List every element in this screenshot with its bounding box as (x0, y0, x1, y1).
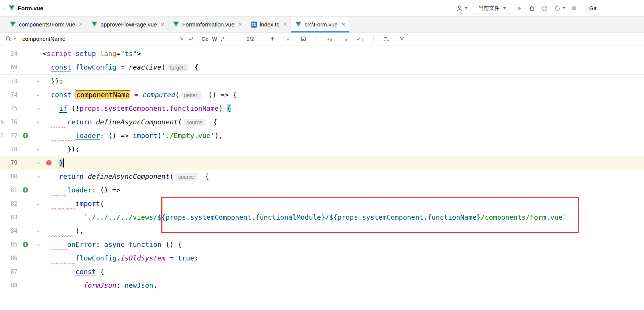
editor-tab[interactable]: src\Form.vue× (291, 17, 349, 32)
code-line[interactable]: loader: () => (43, 183, 120, 197)
line-number[interactable]: 83 (0, 211, 17, 224)
stop-button[interactable] (571, 6, 577, 11)
fold-down-icon[interactable] (36, 106, 41, 113)
code-line[interactable]: return defineAsyncComponent(source: { (43, 115, 217, 129)
line-number[interactable]: 24 (0, 47, 17, 60)
line-number[interactable]: 74 (0, 88, 17, 102)
title-bar: › Form.vue 当前文件 (0, 0, 644, 17)
debug-button[interactable] (528, 5, 535, 12)
line-number[interactable]: 73 (0, 74, 17, 88)
add-occurrence-button[interactable]: +II (326, 36, 332, 42)
search-field[interactable]: componentName × Cc W .* (0, 33, 229, 45)
sort-lines-button[interactable] (383, 36, 389, 42)
tab-close-icon[interactable]: × (283, 21, 287, 28)
code-line[interactable]: }); (43, 74, 63, 88)
code-line[interactable]: `./../../../views/${props.systemComponen… (43, 211, 567, 224)
code-line[interactable]: const flowConfig = reactive(target: { (43, 60, 199, 74)
code-line[interactable]: const componentName = computed(getter: (… (43, 88, 237, 102)
editor-row: 69 const flowConfig = reactive(target: { (0, 60, 644, 74)
next-occurrence-button[interactable] (285, 36, 291, 42)
divider (316, 35, 317, 43)
gutter-up-badge-icon[interactable] (23, 187, 28, 194)
gutter-up-badge-icon[interactable] (23, 242, 28, 249)
editor-tab[interactable]: approveFlowPage.vue× (87, 17, 168, 32)
tab-label: components\Form.vue (19, 21, 75, 28)
code-line[interactable]: } (43, 156, 64, 170)
text-caret (63, 158, 64, 167)
line-number[interactable]: 81 (0, 183, 17, 197)
line-number[interactable]: 78 (0, 143, 17, 156)
code-line[interactable]: const { (43, 265, 104, 279)
divider (583, 4, 583, 12)
fold-down-icon[interactable] (36, 174, 41, 181)
gutter-up-badge-icon[interactable] (23, 133, 28, 140)
run-button[interactable] (516, 5, 522, 11)
code-line[interactable]: if (!props.systemComponent.functionName)… (43, 102, 231, 115)
tab-label: FormInformation.vue (182, 21, 234, 28)
editor-row: 88 formJson: newJson, (0, 279, 644, 292)
tab-close-icon[interactable]: × (79, 21, 83, 28)
line-number[interactable]: 75 (0, 102, 17, 115)
window-chevron-icon: › (3, 5, 5, 11)
code-line[interactable]: import( (43, 197, 104, 211)
filter-button[interactable] (399, 36, 405, 42)
fold-down-icon[interactable] (36, 119, 41, 127)
regex-toggle[interactable]: .* (221, 36, 224, 42)
fold-up-icon[interactable] (36, 79, 41, 86)
line-number[interactable]: 87 (0, 265, 17, 279)
code-line[interactable]: }); (43, 143, 80, 156)
tab-close-icon[interactable]: × (238, 21, 242, 28)
search-input[interactable]: componentName (22, 36, 176, 42)
search-icon[interactable] (5, 36, 16, 42)
code-line[interactable]: return defineAsyncComponent(source: { (43, 170, 209, 184)
profiler-button[interactable] (541, 5, 548, 12)
editor-tab[interactable]: components\Form.vue× (5, 17, 87, 32)
editor-row: 76 return defineAsyncComponent(source: { (0, 115, 644, 129)
fold-down-icon[interactable] (36, 242, 41, 249)
run-configuration-selector[interactable]: 当前文件 (474, 3, 510, 14)
editor-tab[interactable]: FormInformation.vue× (168, 17, 246, 32)
fold-up-icon[interactable] (36, 160, 41, 167)
line-number[interactable]: 86 (0, 251, 17, 265)
fold-up-icon[interactable] (36, 147, 41, 154)
window-title: Form.vue (18, 5, 43, 11)
previous-occurrence-button[interactable] (270, 36, 275, 42)
editor-row: 79 } (0, 156, 644, 170)
select-all-occurrences-button[interactable] (301, 36, 306, 42)
history-icon[interactable] (188, 36, 194, 42)
line-number[interactable]: 69 (0, 60, 17, 74)
find-bar: componentName × Cc W .* 2/2 +II −II ✓I (0, 33, 644, 45)
restart-button[interactable] (554, 5, 565, 12)
tab-close-icon[interactable]: × (341, 21, 345, 28)
words-toggle[interactable]: W (212, 36, 217, 42)
code-line[interactable]: onError: async function () { (43, 238, 182, 251)
remove-occurrence-button[interactable]: −II (341, 36, 347, 42)
clear-icon[interactable]: × (179, 35, 184, 42)
line-number[interactable]: 80 (0, 170, 17, 183)
fold-down-icon[interactable] (36, 201, 41, 208)
editor-tab[interactable]: TSindex.ts× (246, 17, 291, 32)
code-line[interactable]: flowConfig.isOldSystem = true; (43, 251, 198, 265)
line-number[interactable]: 82 (0, 197, 17, 211)
code-line[interactable]: loader: () => import('./Empty.vue'), (43, 129, 223, 143)
code-line[interactable]: ), (43, 224, 83, 238)
editor[interactable]: 24<script setup lang="ts">69 const flowC… (0, 45, 644, 310)
code-line[interactable]: formJson: newJson, (43, 279, 157, 292)
inlay-hint: source: (184, 119, 207, 126)
user-button[interactable] (456, 5, 468, 12)
check-occurrence-button[interactable]: ✓II (357, 36, 363, 42)
line-number[interactable]: 84 (0, 224, 17, 238)
fold-down-icon[interactable] (36, 92, 41, 99)
line-number[interactable]: 88 (0, 279, 17, 292)
fold-up-icon[interactable] (36, 228, 41, 236)
editor-row: 75 if (!props.systemComponent.functionNa… (0, 102, 644, 115)
git-widget[interactable]: Git (589, 5, 596, 11)
line-number[interactable]: 85 (0, 238, 17, 251)
chevron-down-icon (562, 7, 565, 9)
edge-artifact-text: 6 (1, 118, 4, 126)
line-number[interactable]: 79 (0, 156, 17, 170)
editor-row: 80 return defineAsyncComponent(source: { (0, 170, 644, 183)
match-case-toggle[interactable]: Cc (202, 36, 208, 42)
tab-close-icon[interactable]: × (161, 21, 164, 28)
code-line[interactable]: <script setup lang="ts"> (43, 47, 141, 60)
